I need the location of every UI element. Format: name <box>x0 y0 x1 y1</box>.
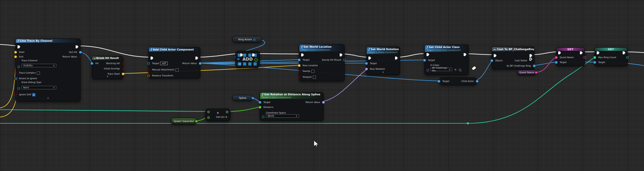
exec-out-pin[interactable] <box>195 56 198 60</box>
end-pin[interactable] <box>14 56 17 58</box>
ignore-self-checkbox[interactable] <box>32 93 35 96</box>
max-ring-count-pin[interactable] <box>594 56 596 59</box>
exec-out-pin[interactable] <box>252 53 255 56</box>
sweep-checkbox[interactable] <box>311 70 314 73</box>
node-get-rotation-at-distance-along-spline[interactable]: ƒGet Rotation at Distance Along Spline T… <box>260 92 324 121</box>
exec-in-pin[interactable] <box>494 54 497 57</box>
array-grid-icon[interactable] <box>253 38 256 41</box>
node-header[interactable]: ƒGet Rotation at Distance Along Spline T… <box>260 93 323 99</box>
return-value-pin[interactable] <box>199 62 201 65</box>
teleport-pin[interactable] <box>298 76 300 78</box>
node-set-child-actor-class[interactable]: ƒSet Child Actor Class Target is Child A… <box>424 45 469 75</box>
variable-get-spawn-separator[interactable]: Spawn Separator <box>171 118 197 125</box>
array-input-pin[interactable]: ≡ <box>237 58 240 60</box>
target-pin[interactable] <box>298 59 300 61</box>
output-value-pin[interactable] <box>626 56 629 59</box>
sweep-pin[interactable] <box>298 70 300 73</box>
exec-in-pin[interactable] <box>240 53 243 56</box>
node-array-add[interactable]: ADD ≡ <box>235 51 260 68</box>
actors-to-ignore-array-pin[interactable] <box>14 77 17 80</box>
collapse-chevron[interactable]: ∨ <box>367 71 400 74</box>
node-set-world-location[interactable]: ƒSet World Location Target is Scene Comp… <box>299 44 345 81</box>
node-header[interactable]: ƒSet World Location Target is Scene Comp… <box>299 45 344 52</box>
exec-out-pin[interactable] <box>580 51 583 54</box>
target-pin[interactable] <box>555 61 558 64</box>
node-multiply[interactable]: × Add pin ⊕ <box>205 109 230 121</box>
class-browse-icon[interactable]: ⊕ <box>454 68 457 71</box>
variable-get-spline[interactable]: Spline <box>232 95 253 101</box>
relative-transform-pin[interactable] <box>147 75 150 77</box>
output-value-pin[interactable] <box>583 56 586 59</box>
child-actor-pin[interactable] <box>476 80 478 83</box>
new-rotation-pin[interactable] <box>365 68 368 70</box>
target-pin[interactable] <box>594 61 596 64</box>
exec-out-pin[interactable] <box>340 53 342 56</box>
node-header[interactable]: ƒSet Child Actor Class Target is Child A… <box>425 45 468 52</box>
target-pin[interactable] <box>259 101 261 104</box>
exec-in-pin[interactable] <box>18 45 20 48</box>
node-set-world-rotation[interactable]: ƒSet World Rotation Target is Scene Comp… <box>366 47 400 75</box>
quest-name-pin[interactable] <box>535 71 537 74</box>
in-class-dropdown[interactable]: BP Challenge Rin∨ <box>430 68 452 71</box>
node-break-hit-result[interactable]: ◂Break Hit Result Hit Blocking Hit Initi… <box>92 56 123 79</box>
target-self-field[interactable]: self <box>160 62 167 65</box>
node-set-quest-name[interactable]: SET Quest Name Target <box>556 47 585 66</box>
spline-pin[interactable] <box>252 97 254 99</box>
node-header[interactable]: ƒSet World Rotation Target is Scene Comp… <box>367 47 400 54</box>
variable-get-ring-actors[interactable]: Ring Actors <box>232 36 262 43</box>
coordinate-space-dropdown[interactable]: World∨ <box>266 114 299 118</box>
trace-channel-dropdown[interactable]: Visibility∨ <box>21 64 56 67</box>
exec-in-pin[interactable] <box>597 51 600 54</box>
target-pin[interactable] <box>438 80 440 83</box>
in-class-pin[interactable] <box>427 69 429 71</box>
node-line-trace-by-channel[interactable]: ƒLine Trace By Channel Start Out Hit End… <box>15 39 81 102</box>
ignore-self-pin[interactable] <box>14 94 17 96</box>
node-add-child-actor-component[interactable]: ƒAdd Child Actor Component Targetself Re… <box>148 47 200 78</box>
blocking-hit-pin[interactable] <box>122 62 124 65</box>
node-set-max-ring-count[interactable]: SET Max Ring Count Target <box>595 47 628 66</box>
collapse-chevron[interactable]: ∨ <box>92 75 123 78</box>
class-search-icon[interactable] <box>459 69 461 71</box>
exec-in-pin[interactable] <box>301 53 304 56</box>
coordinate-space-pin[interactable] <box>262 116 264 118</box>
variable-get-quest-name[interactable]: Quest Name <box>517 70 536 75</box>
target-pin[interactable] <box>423 59 426 62</box>
draw-debug-pin[interactable] <box>18 87 20 90</box>
exec-in-pin[interactable] <box>151 56 153 60</box>
teleport-checkbox[interactable] <box>313 76 316 79</box>
exec-in-pin[interactable] <box>558 51 561 54</box>
trace-channel-pin[interactable] <box>18 66 20 68</box>
blueprint-graph-canvas[interactable]: ƒLine Trace By Channel Start Out Hit End… <box>0 0 644 171</box>
target-pin[interactable] <box>365 62 368 65</box>
node-header[interactable]: ƒAdd Child Actor Component <box>149 47 200 52</box>
exec-out-pin[interactable] <box>76 45 78 48</box>
trace-complex-pin[interactable] <box>14 72 17 74</box>
out-hit-pin[interactable] <box>79 51 82 54</box>
distance-pin[interactable] <box>259 106 261 109</box>
return-value-pin[interactable] <box>79 56 82 58</box>
exec-in-pin[interactable] <box>427 53 429 56</box>
spawn-separator-pin[interactable] <box>195 120 198 122</box>
manual-attachment-checkbox[interactable] <box>175 68 179 71</box>
quest-name-pin[interactable] <box>555 56 558 59</box>
manual-attachment-pin[interactable] <box>147 69 150 71</box>
hit-pin[interactable] <box>91 62 93 65</box>
node-header[interactable]: ƒLine Trace By Channel <box>16 39 80 43</box>
target-pin[interactable] <box>147 62 150 65</box>
start-pin[interactable] <box>14 51 17 54</box>
trace-complex-checkbox[interactable] <box>37 71 40 75</box>
exec-out-pin[interactable] <box>395 56 398 60</box>
add-pin-button[interactable]: Add pin ⊕ <box>206 116 227 118</box>
node-header[interactable]: ▸▸Cast To BP_ChallengeRing <box>492 47 534 51</box>
as-bp-challenge-ring-pin[interactable] <box>533 65 535 67</box>
exec-out-pin[interactable] <box>464 53 466 56</box>
node-cast-to-bp-challengering[interactable]: ▸▸Cast To BP_ChallengeRing Object Cast F… <box>492 47 534 69</box>
exec-out-pin[interactable] <box>529 54 532 57</box>
draw-debug-dropdown[interactable]: None∨ <box>21 86 56 89</box>
exec-in-pin[interactable] <box>368 56 371 60</box>
node-header[interactable]: ◂Break Hit Result <box>92 56 123 60</box>
return-value-pin[interactable] <box>322 101 325 104</box>
element-input-pin[interactable] <box>239 63 241 65</box>
new-location-pin[interactable] <box>298 64 300 67</box>
initial-overlap-pin[interactable] <box>122 68 124 70</box>
